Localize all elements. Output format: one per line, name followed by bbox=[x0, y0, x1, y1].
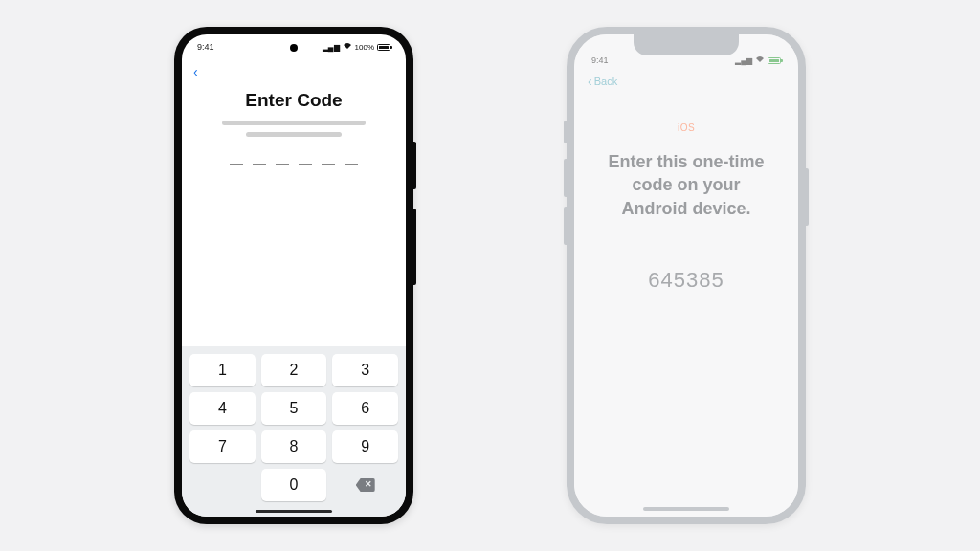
keypad-2[interactable]: 2 bbox=[261, 354, 327, 386]
code-digit-slot bbox=[299, 164, 312, 165]
chevron-left-icon: ‹ bbox=[588, 74, 592, 89]
ios-notch bbox=[634, 34, 739, 55]
keypad-1[interactable]: 1 bbox=[189, 354, 256, 386]
keypad-9[interactable]: 9 bbox=[332, 430, 398, 463]
code-digit-slot bbox=[230, 164, 243, 165]
status-indicators: ▂▄▆ bbox=[735, 55, 781, 65]
ios-side-button bbox=[564, 159, 567, 197]
status-indicators: ▂▄▆ 100% bbox=[323, 42, 390, 52]
keypad-8[interactable]: 8 bbox=[261, 430, 327, 463]
keypad-0[interactable]: 0 bbox=[261, 469, 327, 501]
one-time-code: 645385 bbox=[648, 268, 724, 293]
code-digit-slot bbox=[345, 164, 358, 165]
numeric-keypad: 1 2 3 4 5 6 7 8 9 0 ✕ bbox=[182, 346, 406, 517]
status-time: 9:41 bbox=[591, 55, 609, 65]
keypad-blank bbox=[189, 469, 256, 501]
ios-side-button bbox=[806, 168, 809, 226]
wifi-icon bbox=[343, 42, 352, 52]
android-side-button bbox=[413, 209, 416, 285]
backspace-icon: ✕ bbox=[356, 478, 375, 492]
ios-content: iOS Enter this one-time code on your And… bbox=[574, 96, 798, 517]
subtitle-placeholder bbox=[222, 121, 366, 125]
ios-device-frame: 9:41 ▂▄▆ ‹ Back iOS Enter this one-time … bbox=[567, 27, 806, 524]
code-input[interactable] bbox=[230, 164, 358, 165]
status-time: 9:41 bbox=[197, 42, 214, 52]
page-title: Enter Code bbox=[245, 90, 342, 111]
instruction-text: Enter this one-time code on your Android… bbox=[603, 150, 769, 220]
android-side-button bbox=[413, 142, 416, 189]
keypad-backspace[interactable]: ✕ bbox=[332, 469, 398, 501]
back-button[interactable]: ‹ Back bbox=[588, 74, 617, 89]
signal-icon: ▂▄▆ bbox=[323, 43, 340, 52]
keypad-5[interactable]: 5 bbox=[261, 392, 327, 425]
ios-nav-bar: ‹ Back bbox=[574, 67, 798, 96]
android-camera-hole bbox=[290, 44, 298, 52]
android-device-frame: 9:41 ▂▄▆ 100% ‹ Enter Code bbox=[174, 27, 413, 524]
android-nav-bar: ‹ bbox=[182, 59, 406, 84]
keypad-3[interactable]: 3 bbox=[332, 354, 398, 386]
ios-side-button bbox=[564, 121, 567, 143]
subtitle-placeholder bbox=[246, 132, 342, 137]
keypad-4[interactable]: 4 bbox=[189, 392, 256, 425]
wifi-icon bbox=[755, 55, 765, 65]
back-button[interactable]: ‹ bbox=[193, 64, 198, 79]
android-content: Enter Code bbox=[182, 84, 406, 346]
code-digit-slot bbox=[253, 164, 266, 165]
back-label: Back bbox=[594, 76, 617, 87]
ios-screen: 9:41 ▂▄▆ ‹ Back iOS Enter this one-time … bbox=[574, 34, 798, 517]
ios-side-button bbox=[564, 207, 567, 245]
keypad-6[interactable]: 6 bbox=[332, 392, 398, 425]
home-indicator[interactable] bbox=[256, 510, 332, 513]
android-screen: 9:41 ▂▄▆ 100% ‹ Enter Code bbox=[182, 34, 406, 517]
home-indicator[interactable] bbox=[643, 507, 729, 511]
platform-label: iOS bbox=[678, 122, 695, 133]
battery-label: 100% bbox=[355, 43, 374, 52]
keypad-7[interactable]: 7 bbox=[189, 430, 256, 463]
battery-icon bbox=[768, 57, 781, 64]
battery-icon bbox=[377, 44, 390, 51]
code-digit-slot bbox=[322, 164, 335, 165]
code-digit-slot bbox=[276, 164, 289, 165]
signal-icon: ▂▄▆ bbox=[735, 56, 752, 65]
